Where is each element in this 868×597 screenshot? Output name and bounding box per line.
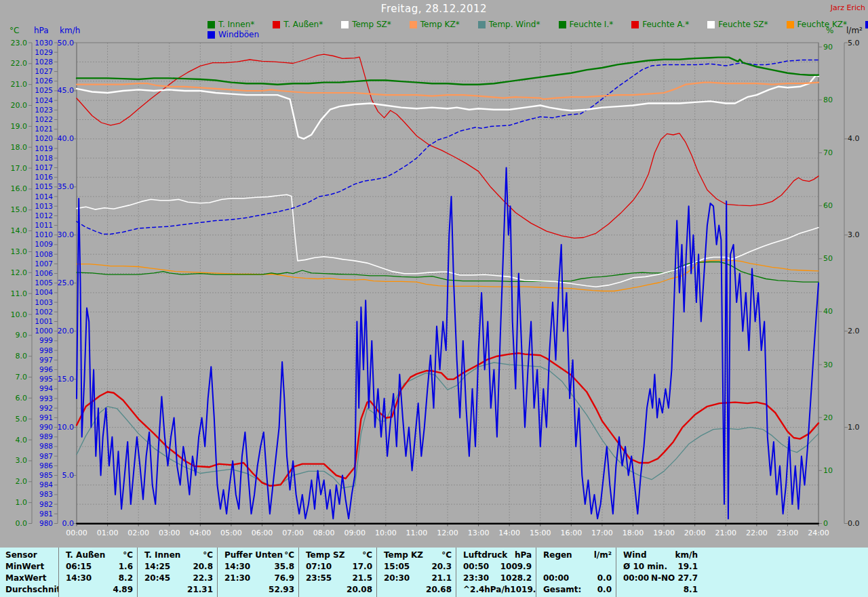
cell-time: 23:30 xyxy=(463,573,489,584)
cell-value: 20.08 xyxy=(347,584,372,596)
axis-tick-label: 0.0 xyxy=(848,519,860,528)
cell-value: 17.0 xyxy=(352,561,372,573)
cell-value: 21.31 xyxy=(187,584,213,596)
axis-tick-label: 5.0 xyxy=(848,39,860,47)
table-col-regen: Regenl/m²00:000.0Gesamt:0.0 xyxy=(536,548,616,597)
cell-time: T. Außen xyxy=(66,550,105,561)
cell-time: 20:45 xyxy=(144,573,170,584)
cell-time: 06:15 xyxy=(66,561,92,573)
table-col-t-innen: T. Innen°C14:2520.820:4522.321.31 xyxy=(137,548,217,597)
axis-tick-label: 2.0 xyxy=(848,327,860,335)
axis-tick-label: 6.0 xyxy=(16,394,28,403)
cell-value: 52.93 xyxy=(269,584,294,596)
x-axis-label: 21:00 xyxy=(715,529,736,537)
axis-tick-label: 21.0 xyxy=(11,80,28,89)
cell-value: 0.0 xyxy=(597,573,612,584)
axis-tick-label: 10.0 xyxy=(11,310,28,319)
cell-time: ^2.4hPa/h xyxy=(463,584,510,596)
axis-tick-label: 1016 xyxy=(35,173,53,181)
cell-value: 8.1 xyxy=(684,584,698,596)
table-header-row: LuftdruckhPa xyxy=(456,550,536,561)
axis-tick-label: 1011 xyxy=(35,221,53,229)
summary-table: SensorMinWertMaxWertDurchschnittT. Außen… xyxy=(0,548,868,597)
axis-tick-label: 0 xyxy=(823,519,828,528)
axis-tick-label: 1018 xyxy=(35,154,53,162)
axis-tick-label: 1.0 xyxy=(16,498,28,507)
table-header-row: Temp KZ°C xyxy=(377,550,456,561)
table-header-row: T. Innen°C xyxy=(138,550,217,561)
x-axis-label: 09:00 xyxy=(344,529,366,537)
axis-tick-label: 9.0 xyxy=(16,331,28,339)
axis-tick-label: 982 xyxy=(39,500,53,508)
axis-tick-label: 8.0 xyxy=(16,352,28,361)
axis-tick-label: 22.0 xyxy=(11,59,28,68)
axis-tick-label: 1005 xyxy=(35,279,53,287)
axis-tick-label: 980 xyxy=(39,519,53,527)
cell-time: Ø 10 min. xyxy=(623,561,667,573)
axis-tick-label: 1010 xyxy=(35,230,53,239)
axis-tick-label: 4.0 xyxy=(848,134,860,143)
table-header-row: Regenl/m² xyxy=(536,550,616,561)
axis-tick-label: 1015 xyxy=(35,182,53,190)
cell-value: °C xyxy=(284,550,294,561)
axis-tick-label: 30.0 xyxy=(58,230,75,239)
axis-tick-label: 983 xyxy=(39,490,53,498)
axis-tick-label: 0.0 xyxy=(62,519,75,528)
axis-tick-label: 7.0 xyxy=(16,373,28,382)
axis-tick-label: 996 xyxy=(39,365,53,373)
axis-tick-label: 18.0 xyxy=(11,143,28,152)
table-header-row: Windkm/h xyxy=(616,550,702,561)
axis-tick-label: 80 xyxy=(823,96,833,104)
axis-tick-label: 997 xyxy=(39,356,53,364)
x-axis-label: 01:00 xyxy=(97,529,119,537)
axis-tick-label: 1006 xyxy=(35,269,53,277)
axis-tick-label: 20.0 xyxy=(11,101,28,110)
axis-tick-label: 2.0 xyxy=(16,477,28,486)
axis-tick-label: 990 xyxy=(39,423,53,431)
table-max-row: 14:308.2 xyxy=(59,573,137,584)
axis-tick-label: 17.0 xyxy=(11,164,28,173)
cell-value: 0.0 xyxy=(597,584,612,596)
axis-tick-label: 90 xyxy=(823,43,833,52)
table-min-row: 07:1017.0 xyxy=(299,561,376,573)
axis-tick-label: 15.0 xyxy=(58,375,75,384)
table-max-row: 00:000.0 xyxy=(536,573,616,584)
table-col-temp-sz: Temp SZ°C07:1017.023:5521.520.08 xyxy=(298,548,376,597)
axis-tick-label: 998 xyxy=(39,346,53,354)
cell-time: 14:30 xyxy=(66,573,92,584)
axis-tick-label: 1004 xyxy=(35,288,53,296)
cell-value: °C xyxy=(123,550,133,561)
table-max-row: 23:301028.2 xyxy=(456,573,536,584)
x-axis-label: 20:00 xyxy=(684,529,706,537)
axis-tick-label: 14.0 xyxy=(11,226,28,235)
axis-tick-label: 1007 xyxy=(35,260,53,268)
axis-tick-label: 16.0 xyxy=(11,184,28,193)
table-avg-row: 8.1 xyxy=(616,584,702,596)
cell-value: hPa xyxy=(515,550,532,561)
x-axis-label: 24:00 xyxy=(808,529,829,537)
axis-tick-label: 30 xyxy=(823,361,833,369)
table-min-row: 06:151.6 xyxy=(59,561,137,573)
table-min-row: 00:501009.9 xyxy=(456,561,536,573)
table-row-label: MaxWert xyxy=(0,573,58,584)
axis-tick-label: 5.0 xyxy=(16,415,28,424)
table-col-luftdruck: LuftdruckhPa00:501009.923:301028.2^2.4hP… xyxy=(456,548,536,597)
axis-tick-label: 1028 xyxy=(35,58,53,66)
axis-tick-label: 45.0 xyxy=(58,86,75,95)
axis-tick-label: 1024 xyxy=(35,96,53,104)
cell-value: km/h xyxy=(675,550,698,561)
table-col-wind: Windkm/hØ 10 min.19.100:00N-NO 27.78.1 xyxy=(616,548,702,597)
axis-tick-label: 10.0 xyxy=(58,423,75,432)
x-axis-label: 23:00 xyxy=(777,529,799,537)
cell-time: Temp KZ xyxy=(384,550,423,561)
axis-tick-label: 1025 xyxy=(35,86,53,94)
x-axis-label: 03:00 xyxy=(159,529,180,537)
x-axis-label: 04:00 xyxy=(189,529,211,537)
axis-tick-label: 1014 xyxy=(35,192,53,201)
cell-time: 00:00 xyxy=(543,573,569,584)
cell-value: °C xyxy=(441,550,452,561)
axis-tick-label: 35.0 xyxy=(58,182,75,191)
table-avg-row: 4.89 xyxy=(59,584,137,596)
axis-tick-label: 1009 xyxy=(35,240,53,248)
table-min-row: 14:3035.8 xyxy=(218,561,298,573)
